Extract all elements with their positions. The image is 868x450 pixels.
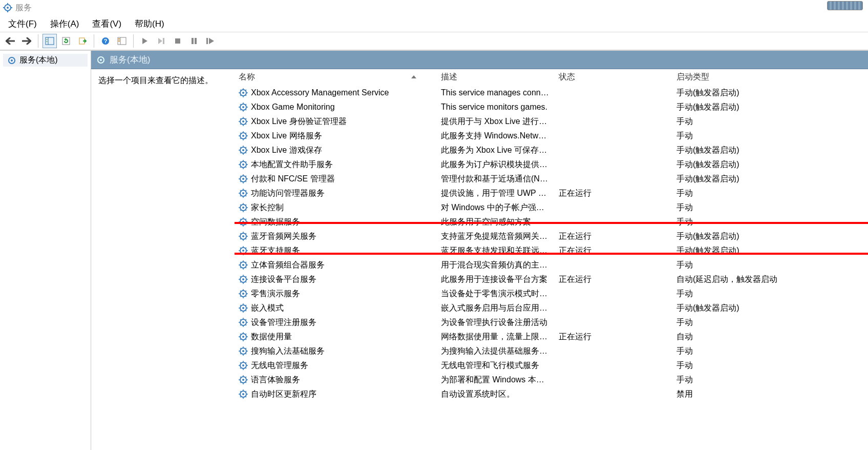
service-startup: 自动 [672, 332, 868, 342]
service-row[interactable]: 数据使用量网络数据使用量，流量上限，...正在运行自动 [235, 330, 868, 344]
svg-point-26 [100, 59, 102, 61]
service-row[interactable]: 设备管理注册服务为设备管理执行设备注册活动手动 [235, 315, 868, 330]
main-area: 服务(本地) 服务(本地) 选择一个项目来查看它的描述。 名称 描述 状态 [0, 50, 868, 450]
svg-line-73 [240, 147, 241, 148]
service-row[interactable]: 付款和 NFC/SE 管理器管理付款和基于近场通信(NF...手动(触发器启动) [235, 172, 868, 186]
service-row[interactable]: 语言体验服务为部署和配置 Windows 本地...手动 [235, 373, 868, 387]
svg-line-105 [240, 195, 241, 196]
service-row[interactable]: 连接设备平台服务此服务用于连接设备平台方案正在运行自动(延迟启动，触发器启动 [235, 272, 868, 287]
svg-line-245 [240, 396, 241, 397]
nav-back-button[interactable] [3, 34, 17, 48]
pause-service-button[interactable] [187, 34, 201, 48]
svg-point-118 [242, 221, 244, 223]
service-row[interactable]: 家长控制对 Windows 中的子帐户强制...手动 [235, 200, 868, 215]
svg-line-74 [245, 152, 246, 153]
pane-body: 选择一个项目来查看它的描述。 名称 描述 状态 启动类型 Xbox Access… [91, 69, 868, 450]
services-window: { "window": { "title": "服务" }, "menu": {… [0, 0, 868, 450]
menu-view[interactable]: 查看(V) [90, 17, 123, 31]
step-service-button[interactable] [154, 34, 168, 48]
export-button[interactable] [75, 34, 90, 48]
service-startup: 手动(触发器启动) [672, 102, 868, 113]
service-row[interactable]: 本地配置文件助手服务此服务为订户标识模块提供配...手动(触发器启动) [235, 157, 868, 172]
service-desc: 管理付款和基于近场通信(NF... [437, 174, 555, 185]
service-row[interactable]: Xbox Accessory Management ServiceThis se… [235, 86, 868, 100]
column-startup[interactable]: 启动类型 [672, 71, 868, 84]
refresh-button[interactable] [59, 34, 73, 48]
menu-action[interactable]: 操作(A) [48, 17, 81, 31]
menu-help[interactable]: 帮助(H) [133, 17, 166, 31]
service-row[interactable]: 蓝牙音频网关服务支持蓝牙免提规范音频网关角...正在运行手动(触发器启动) [235, 229, 868, 243]
restart-service-button[interactable] [203, 34, 218, 48]
svg-point-198 [242, 336, 244, 338]
service-row[interactable]: Xbox Live 网络服务此服务支持 Windows.Networ...手动 [235, 129, 868, 143]
svg-line-236 [245, 377, 246, 378]
service-startup: 手动(触发器启动) [672, 145, 868, 156]
svg-line-215 [240, 353, 241, 354]
service-startup: 手动 [672, 346, 868, 357]
svg-line-156 [245, 262, 246, 263]
service-row[interactable]: Xbox Live 身份验证管理器提供用于与 Xbox Live 进行交...手… [235, 114, 868, 129]
nav-forward-button[interactable] [19, 34, 34, 48]
service-row[interactable]: Xbox Game MonitoringThis service monitor… [235, 100, 868, 114]
svg-point-8 [47, 39, 48, 40]
service-row[interactable]: 嵌入模式嵌入式服务启用与后台应用程...手动(触发器启动) [235, 301, 868, 315]
svg-line-174 [245, 296, 246, 297]
service-name: 语言体验服务 [251, 375, 300, 385]
stop-service-button[interactable] [171, 34, 185, 48]
service-desc: 自动设置系统时区。 [437, 389, 555, 400]
start-service-button[interactable] [138, 34, 152, 48]
service-gear-icon [239, 332, 248, 341]
column-desc[interactable]: 描述 [437, 71, 555, 84]
service-name: Xbox Game Monitoring [251, 103, 335, 112]
svg-point-58 [242, 135, 244, 137]
service-name: 连接设备平台服务 [251, 274, 316, 285]
tree-node-services-local[interactable]: 服务(本地) [3, 54, 88, 67]
svg-line-153 [240, 262, 241, 263]
service-list[interactable]: 名称 描述 状态 启动类型 Xbox Accessory Management … [235, 69, 868, 450]
service-gear-icon [239, 117, 248, 126]
service-desc: 对 Windows 中的子帐户强制... [437, 202, 555, 213]
svg-line-243 [240, 391, 241, 392]
service-row[interactable]: 蓝牙支持服务蓝牙服务支持发现和关联远程...正在运行手动(触发器启动) [235, 243, 868, 258]
column-name[interactable]: 名称 [235, 71, 437, 84]
menu-file[interactable]: 文件(F) [6, 17, 39, 31]
service-desc: 提供设施，用于管理 UWP 应... [437, 188, 555, 199]
svg-line-246 [245, 391, 246, 392]
service-name: 搜狗输入法基础服务 [251, 346, 325, 357]
service-row[interactable]: 空间数据服务此服务用于空间感知方案手动 [235, 215, 868, 229]
service-desc: 支持蓝牙免提规范音频网关角... [437, 231, 555, 242]
svg-line-96 [245, 176, 246, 177]
svg-line-134 [245, 238, 246, 239]
service-row[interactable]: Xbox Live 游戏保存此服务为 Xbox Live 可保存游...手动(触… [235, 143, 868, 157]
svg-line-144 [245, 253, 246, 254]
service-desc: 此服务用于空间感知方案 [437, 217, 555, 228]
show-tree-button[interactable] [43, 34, 57, 48]
column-status[interactable]: 状态 [555, 71, 672, 84]
svg-line-85 [240, 167, 241, 168]
svg-rect-16 [118, 38, 120, 39]
service-row[interactable]: 搜狗输入法基础服务为搜狗输入法提供基础服务，...手动 [235, 344, 868, 358]
service-row[interactable]: 自动时区更新程序自动设置系统时区。禁用 [235, 387, 868, 401]
service-row[interactable]: 无线电管理服务无线电管理和飞行模式服务手动 [235, 358, 868, 373]
svg-line-106 [245, 190, 246, 191]
service-name: 蓝牙支持服务 [251, 246, 300, 256]
service-name: Xbox Live 网络服务 [251, 131, 322, 141]
service-startup: 手动(触发器启动) [672, 246, 868, 256]
service-row[interactable]: 功能访问管理器服务提供设施，用于管理 UWP 应...正在运行手动 [235, 186, 868, 200]
service-row[interactable]: 立体音频组合器服务用于混合现实音频仿真的主机...手动 [235, 258, 868, 272]
svg-line-115 [240, 210, 241, 211]
svg-line-226 [245, 362, 246, 363]
service-gear-icon [96, 55, 105, 65]
svg-rect-17 [118, 40, 120, 42]
svg-line-235 [240, 382, 241, 383]
service-row[interactable]: 零售演示服务当设备处于零售演示模式时，...手动 [235, 287, 868, 301]
svg-line-113 [240, 204, 241, 206]
window-decor [827, 1, 863, 10]
svg-line-35 [240, 95, 241, 96]
svg-line-125 [240, 224, 241, 225]
properties-button[interactable] [115, 34, 129, 48]
toolbar-separator [38, 34, 38, 48]
help-button[interactable]: ? [98, 34, 113, 48]
svg-line-146 [245, 248, 246, 249]
svg-point-28 [242, 92, 244, 94]
